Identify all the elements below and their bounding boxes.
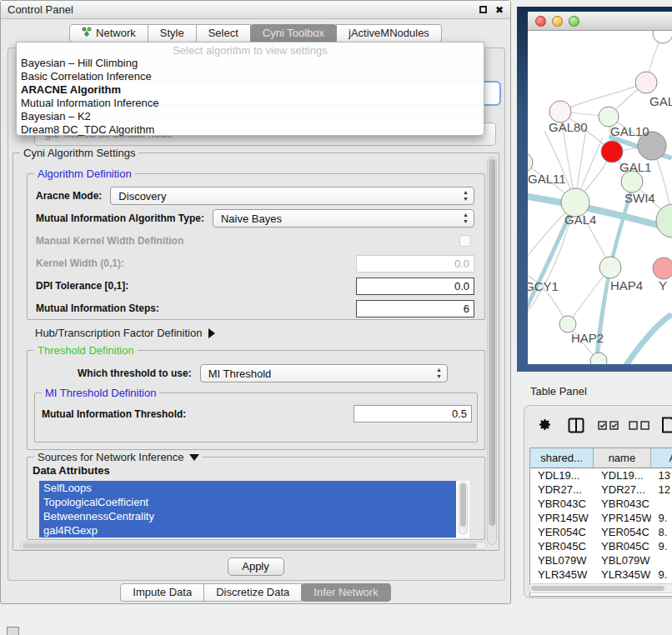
column-header[interactable]: A [651,448,672,468]
list-vertical-scrollbar[interactable] [459,482,468,535]
new-table-icon[interactable] [661,417,672,433]
node-label: HAP2 [571,331,604,345]
network-node[interactable] [653,31,672,43]
bottom-tab-impute-data[interactable]: Impute Data [120,583,204,602]
node-table: shared...nameA YDL19...YDL19...13YDR27..… [529,448,672,597]
network-node-gal[interactable] [635,72,657,93]
node-label: GAL1 [619,160,651,174]
node-label: GAL [649,94,672,108]
tab-label: jActiveMNodules [349,25,429,42]
table-cell: 13 [651,468,672,482]
kernel-width-field[interactable]: 0.0 [356,255,474,272]
dropdown-item[interactable]: Bayesian – Hill Climbing [17,57,484,70]
dropdown-item[interactable]: Bayesian – K2 [17,110,484,123]
tab-jactivemnodules[interactable]: jActiveMNodules [336,24,442,42]
tab-network[interactable]: Network [69,24,148,42]
table-row[interactable]: YDL19...YDL19...13 [530,468,672,482]
aracne-mode-select[interactable]: Discovery ▲▼ [110,187,474,205]
table-cell: YER054C [594,525,651,539]
bottom-tab-discretize-data[interactable]: Discretize Data [203,583,302,602]
node-label: GCY1 [528,279,559,293]
dropdown-item[interactable]: Mutual Information Inference [17,97,484,110]
dpi-tolerance-field[interactable]: 0.0 [356,278,474,295]
zoom-traffic-light-icon[interactable] [569,16,579,27]
table-row[interactable]: YLR345WYLR345W9. [530,568,672,582]
table-row[interactable]: YER054CYER054C8. [530,525,672,539]
dpi-tolerance-label: DPI Tolerance [0,1]: [36,280,128,292]
chevron-right-icon [208,328,215,338]
data-attribute-item[interactable]: SelfLoops [39,481,456,495]
network-graph: GALGAL80GAL10GAL1GAL11SWI4GAL4GCY1HAP4YH… [528,31,672,364]
data-attributes-list: SelfLoopsTopologicalCoefficientBetweenne… [39,481,469,538]
mi-steps-field[interactable]: 6 [356,300,474,318]
float-window-icon[interactable] [479,6,487,13]
table-cell: 9. [651,568,672,582]
node-label: GAL11 [528,172,566,186]
manual-kernel-checkbox[interactable] [459,235,471,247]
stepper-arrows-icon: ▲▼ [436,367,442,380]
gear-icon[interactable] [536,417,553,433]
node-label: GAL4 [564,212,596,227]
table-horizontal-scrollbar[interactable] [528,583,672,593]
minimize-traffic-light-icon[interactable] [552,16,563,27]
network-node-y[interactable] [653,258,672,279]
column-header[interactable]: name [594,448,651,468]
dropdown-item[interactable]: Basic Correlation Inference [17,70,484,83]
network-node-gal11[interactable] [528,152,533,172]
network-node-hap2[interactable] [559,316,576,332]
algorithm-definition-title: Algorithm Definition [34,168,135,180]
node-label: HAP4 [610,278,643,292]
scrollbar-thumb[interactable] [23,543,477,548]
chevron-down-icon [189,454,199,461]
tab-select[interactable]: Select [196,24,251,42]
mi-threshold-field[interactable]: 0.5 [354,405,472,422]
mi-algorithm-type-select[interactable]: Naive Bayes ▲▼ [213,209,474,228]
table-cell: YBR043C [530,497,594,511]
kernel-width-label: Kernel Width (0,1): [36,258,124,269]
tab-label: Select [208,25,238,42]
table-cell [651,553,672,568]
data-attribute-item[interactable]: TopologicalCoefficient [39,495,456,509]
sources-group-title[interactable]: Sources for Network Inference [34,451,203,463]
which-threshold-select[interactable]: MI Threshold ▲▼ [200,364,448,382]
settings-horizontal-scrollbar[interactable] [20,542,487,550]
table-row[interactable]: YDR27...YDR27...12 [530,482,672,497]
cyni-algorithm-settings-group: Cyni Algorithm Settings Algorithm Defini… [13,152,499,551]
tab-label: Network [96,25,136,42]
network-node[interactable] [656,204,672,238]
aracne-mode-value: Discovery [118,190,166,202]
tab-style[interactable]: Style [148,24,197,42]
network-window-titlebar[interactable] [528,12,672,31]
unselect-all-columns-icon[interactable] [629,421,649,430]
table-cell: YLR345W [530,568,594,582]
settings-group-title: Cyni Algorithm Settings [20,147,138,159]
column-header[interactable]: shared... [530,448,594,468]
close-icon[interactable]: ✖ [495,4,504,16]
select-all-columns-icon[interactable] [598,421,619,430]
bottom-tab-infer-network[interactable]: Infer Network [301,583,390,602]
network-node-hap4[interactable] [599,257,621,278]
collapsed-panel-icon[interactable] [7,627,19,635]
table-row[interactable]: YBR045CYBR045C9. [530,539,672,553]
table-row[interactable]: YBR043CYBR043C [530,497,672,511]
tab-cyni-toolbox[interactable]: Cyni Toolbox [250,24,337,42]
control-panel-titlebar: Control Panel ✖ [1,1,510,19]
data-attribute-item[interactable]: BetweennessCentrality [39,509,456,523]
data-attribute-item[interactable]: gal4RGexp [39,523,456,538]
hub-definition-expander[interactable]: Hub/Transcription Factor Definition [35,327,215,339]
tab-label: Cyni Toolbox [263,25,324,42]
table-row[interactable]: YPR145WYPR145W9. [530,511,672,525]
table-row[interactable]: YBL079WYBL079W [530,553,672,568]
settings-vertical-scrollbar[interactable] [487,157,497,545]
split-columns-icon[interactable] [568,418,584,433]
network-canvas[interactable]: GALGAL80GAL10GAL1GAL11SWI4GAL4GCY1HAP4YH… [528,31,672,364]
scrollbar-thumb[interactable] [489,159,495,526]
close-traffic-light-icon[interactable] [535,16,546,27]
dropdown-item[interactable]: ARACNE Algorithm [17,83,484,97]
scrollbar-thumb[interactable] [460,483,466,527]
apply-button[interactable]: Apply [228,558,284,576]
table-cell: YBL079W [594,553,651,568]
scrollbar-thumb[interactable] [531,586,664,591]
node-label: SWI4 [624,191,655,205]
dropdown-item[interactable]: Dream8 DC_TDC Algorithm [17,123,484,137]
